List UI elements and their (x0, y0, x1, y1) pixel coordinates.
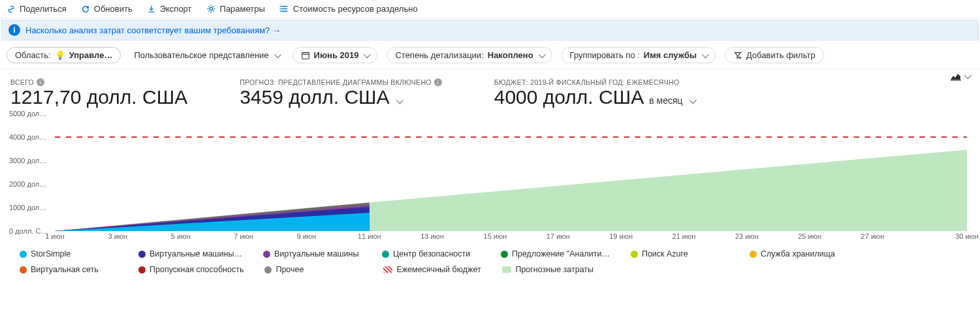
granularity-value: Накоплено (488, 50, 533, 60)
area-chart-icon (950, 72, 962, 81)
x-tick-label: 19 июн (609, 232, 633, 240)
summary-row: ВСЕГОi 1217,70 долл. США ПРОГНОЗ: ПРЕДСТ… (0, 69, 980, 110)
x-tick-label: 5 июн (171, 232, 191, 240)
legend-label: Прогнозные затраты (515, 265, 593, 274)
legend-item[interactable]: Служба хранилища (750, 249, 847, 258)
view-label: Пользовательское представление (134, 50, 268, 60)
legend-item[interactable]: Предложение "Аналити… (501, 249, 610, 258)
chart-type-dropdown[interactable] (950, 72, 970, 81)
scope-pill[interactable]: Область: 💡 Управле… (7, 47, 121, 63)
summary-forecast: ПРОГНОЗ: ПРЕДСТАВЛЕНИЕ ДИАГРАММЫ ВКЛЮЧЕН… (240, 78, 442, 108)
legend-item-forecast[interactable]: Прогнозные затраты (502, 265, 600, 274)
legend-swatch (631, 251, 638, 258)
legend-label: Прочее (276, 265, 304, 274)
legend-label: StorSimple (31, 249, 71, 258)
x-tick-label: 1 июн (45, 232, 65, 240)
legend-swatch (20, 251, 27, 258)
legend-item[interactable]: Пропускная способность (138, 265, 244, 274)
add-filter-label: Добавить фильтр (746, 50, 815, 60)
x-tick-label: 13 июн (420, 232, 444, 240)
legend-swatch (263, 251, 270, 258)
refresh-button[interactable]: Обновить (81, 4, 133, 14)
share-button[interactable]: Поделиться (7, 4, 67, 14)
filter-add-icon (733, 51, 742, 60)
svg-point-1 (279, 6, 281, 7)
x-tick-label: 30 июн (955, 232, 979, 240)
x-tick-label: 17 июн (546, 232, 570, 240)
download-icon (147, 5, 156, 14)
gear-icon (206, 4, 216, 14)
granularity-label: Степень детализации: (395, 50, 483, 60)
x-tick-label: 7 июн (234, 232, 253, 240)
lightbulb-icon: 💡 (55, 50, 65, 60)
chevron-down-icon (689, 97, 696, 104)
legend-swatch (502, 266, 511, 273)
x-tick-label: 3 июн (108, 232, 128, 240)
legend-label: Поиск Azure (642, 249, 688, 258)
x-tick-label: 15 июн (484, 232, 507, 240)
y-tick-label: 2000 дол… (9, 180, 46, 188)
export-label: Экспорт (160, 4, 192, 14)
summary-budget: БЮДЖЕТ: 2019-Й ФИСКАЛЬНЫЙ ГОД: ЕЖЕМЕСЯЧН… (494, 78, 695, 108)
chevron-down-icon (396, 97, 403, 104)
chart-plot (55, 114, 967, 231)
info-icon[interactable]: i (37, 78, 44, 86)
svg-point-2 (279, 8, 281, 10)
granularity-pill[interactable]: Степень детализации: Накоплено (387, 47, 552, 63)
chevron-down-icon (364, 50, 371, 57)
svg-point-0 (210, 7, 213, 10)
export-button[interactable]: Экспорт (147, 4, 192, 14)
total-label: ВСЕГО (10, 78, 34, 86)
budget-suffix: в месяц (649, 95, 682, 106)
legend-label: Ежемесячный бюджет (396, 265, 481, 274)
params-label: Параметры (220, 4, 265, 14)
forecast-value: 3459 долл. США (240, 86, 389, 108)
x-tick-label: 21 июн (672, 232, 696, 240)
list-icon (279, 4, 289, 14)
split-cost-button[interactable]: Стоимость ресурсов раздельно (279, 4, 418, 14)
legend-item[interactable]: Виртуальная сеть (20, 265, 118, 274)
refresh-label: Обновить (94, 4, 133, 14)
chevron-down-icon (702, 50, 709, 57)
legend-item[interactable]: Центр безопасности (382, 249, 480, 258)
feedback-banner: i Насколько анализ затрат соответствует … (1, 20, 979, 40)
chevron-down-icon (538, 50, 545, 57)
summary-total: ВСЕГОi 1217,70 долл. США (10, 78, 187, 108)
legend-item[interactable]: Прочее (264, 265, 362, 274)
cost-chart[interactable]: 0 долл. С…1000 дол…2000 дол…3000 дол…400… (9, 114, 971, 244)
group-pill[interactable]: Группировать по : Имя службы (561, 47, 716, 63)
share-label: Поделиться (20, 4, 67, 14)
legend-swatch (138, 266, 146, 273)
period-pill[interactable]: Июнь 2019 (292, 47, 378, 63)
legend-swatch (20, 266, 27, 273)
legend-item[interactable]: Виртуальные машины… (138, 249, 242, 258)
group-value: Имя службы (644, 50, 697, 60)
forecast-dropdown[interactable]: 3459 долл. США (240, 86, 442, 108)
total-value: 1217,70 долл. США (10, 86, 187, 108)
legend-item[interactable]: Поиск Azure (631, 249, 729, 258)
legend-swatch (501, 251, 508, 258)
info-icon: i (8, 24, 20, 36)
refresh-icon (81, 5, 90, 14)
scope-label: Область: (15, 50, 51, 60)
svg-rect-4 (302, 52, 309, 59)
legend-item[interactable]: Виртуальные машины (263, 249, 361, 258)
legend-item[interactable]: StorSimple (20, 249, 118, 258)
legend-label: Виртуальная сеть (31, 265, 99, 274)
info-icon[interactable]: i (434, 78, 442, 86)
feedback-link[interactable]: Насколько анализ затрат соответствует ва… (25, 25, 281, 35)
group-label: Группировать по : (570, 50, 640, 60)
view-dropdown[interactable]: Пользовательское представление (130, 48, 283, 63)
x-tick-label: 23 июн (735, 232, 759, 240)
params-button[interactable]: Параметры (206, 4, 265, 14)
filter-bar: Область: 💡 Управле… Пользовательское пре… (0, 42, 980, 69)
chevron-down-icon (964, 72, 972, 79)
budget-dropdown[interactable]: 4000 долл. СШАв месяц (494, 86, 695, 108)
legend-swatch (264, 266, 272, 273)
x-axis: 1 июн3 июн5 июн7 июн9 июн11 июн13 июн15 … (55, 232, 967, 244)
legend-label: Служба хранилища (761, 249, 835, 258)
period-value: Июнь 2019 (314, 50, 359, 60)
scope-value: Управле… (69, 50, 113, 60)
add-filter-pill[interactable]: Добавить фильтр (725, 47, 824, 63)
legend-item-budget[interactable]: Ежемесячный бюджет (383, 265, 481, 274)
